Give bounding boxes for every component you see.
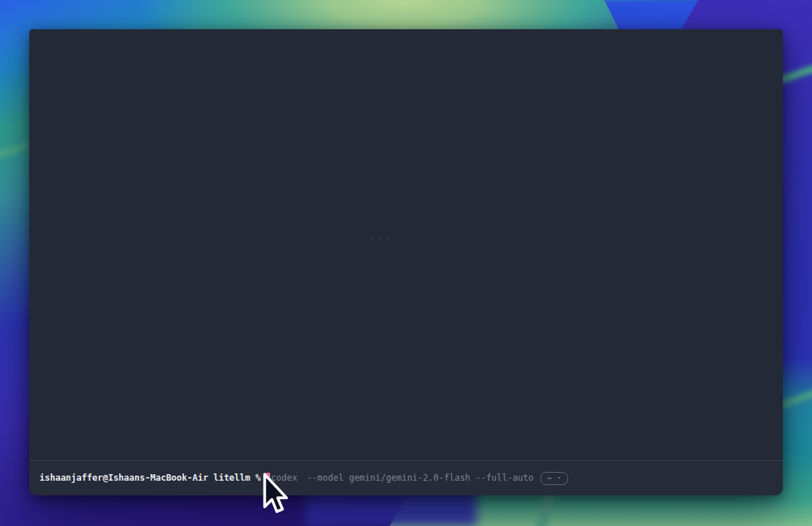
text-caret [266,473,270,484]
accept-suggestion-key-hint: → · [540,472,568,485]
terminal-faint-ellipsis: ··· [369,235,393,244]
prompt-directory: litellm [213,473,250,484]
prompt-symbol: % [256,473,261,484]
dot-icon: · [556,473,562,484]
autosuggestion-arguments: --model gemini/gemini-2.0-flash --full-a… [307,473,534,484]
right-arrow-icon: → [547,473,552,484]
terminal-window[interactable]: ··· ishaanjaffer@Ishaans-MacBook-Air lit… [29,29,783,495]
terminal-output-area[interactable]: ··· [29,29,783,460]
autosuggestion-command: codex [271,473,297,484]
prompt-user-host: ishaanjaffer@Ishaans-MacBook-Air [39,473,208,484]
terminal-prompt-line[interactable]: ishaanjaffer@Ishaans-MacBook-Air litellm… [29,460,783,495]
